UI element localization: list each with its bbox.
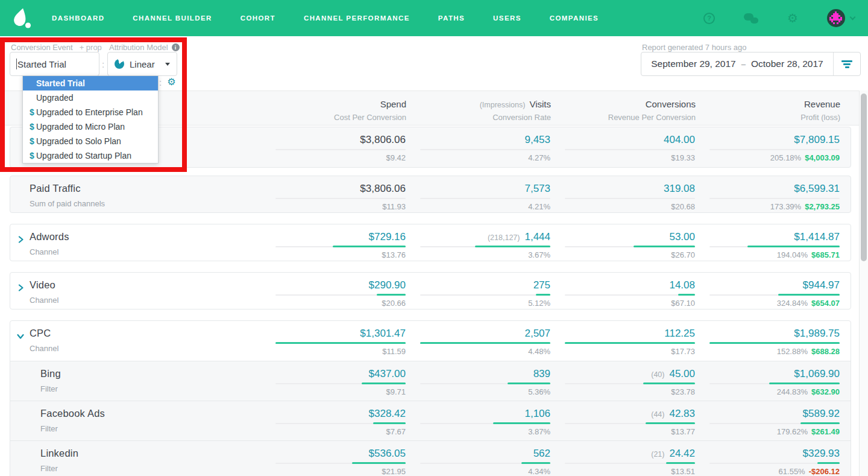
metric-prefix: (44) bbox=[651, 410, 664, 419]
metric-conversions: 53.00 $26.70 bbox=[550, 224, 695, 261]
metric-value: $7,809.15 bbox=[794, 134, 840, 146]
metric-value: 45.00 bbox=[669, 368, 695, 380]
chat-icon[interactable] bbox=[744, 13, 758, 24]
table-row-adwords[interactable]: Adwords Channel $729.16 $13.76 (218,127)… bbox=[10, 224, 851, 261]
metric-revenue: $589.92 179.62%$261.49 bbox=[695, 401, 840, 440]
dropdown-item-label: Started Trial bbox=[36, 78, 85, 88]
metric-divider bbox=[709, 343, 840, 344]
conversion-event-value: Started Trial bbox=[17, 59, 66, 69]
metric-value: 53.00 bbox=[669, 231, 695, 243]
metric-value: $729.16 bbox=[369, 231, 406, 243]
nav-item-companies[interactable]: COMPANIES bbox=[550, 14, 599, 22]
attribution-model-dropdown[interactable]: Linear bbox=[107, 52, 177, 76]
profit-value: -$206.12 bbox=[809, 467, 840, 476]
value-bar bbox=[377, 294, 406, 296]
row-title: Facebook Ads bbox=[40, 408, 261, 419]
row-label-cell: Adwords Channel bbox=[10, 224, 261, 261]
metric-visits: 1,106 3.87% bbox=[406, 401, 550, 440]
account-menu[interactable] bbox=[827, 9, 855, 27]
dropdown-item-upgraded-to-enterprise-plan[interactable]: $Upgraded to Enterprise Plan bbox=[23, 105, 158, 119]
top-nav: DASHBOARDCHANNEL BUILDERCOHORTCHANNEL PE… bbox=[0, 0, 868, 36]
nav-item-cohort[interactable]: COHORT bbox=[241, 14, 275, 22]
table-row-cpc[interactable]: CPC Channel $1,301.47 $11.59 2,507 4.48%… bbox=[10, 321, 851, 361]
table-row-bing[interactable]: Bing Filter $437.00 $9.71 839 5.36% (40)… bbox=[10, 361, 851, 401]
metric-divider bbox=[420, 198, 550, 199]
row-title: Linkedin bbox=[40, 448, 261, 459]
metric-sub: $13.76 bbox=[382, 250, 406, 259]
dropdown-item-upgraded-to-solo-plan[interactable]: $Upgraded to Solo Plan bbox=[23, 134, 158, 148]
value-bar bbox=[769, 382, 840, 384]
gear-icon[interactable] bbox=[167, 77, 175, 87]
chevron-down-icon[interactable] bbox=[17, 332, 24, 340]
row-label-cell: Video Channel bbox=[10, 273, 261, 309]
table-row-paid-traffic[interactable]: Paid Traffic Sum of paid channels $3,806… bbox=[10, 176, 851, 212]
date-end: October 28, 2017 bbox=[751, 59, 823, 69]
nav-item-channel-builder[interactable]: CHANNEL BUILDER bbox=[133, 14, 212, 22]
metric-divider bbox=[565, 463, 695, 464]
text-cursor bbox=[16, 59, 17, 69]
avatar[interactable] bbox=[827, 9, 845, 27]
metric-spend: $536.05 $21.95 bbox=[261, 441, 406, 476]
metric-value: $6,599.31 bbox=[794, 183, 840, 195]
metric-divider bbox=[565, 149, 695, 150]
value-bar bbox=[493, 422, 550, 424]
nav-item-users[interactable]: USERS bbox=[493, 14, 521, 22]
table-row-video[interactable]: Video Channel $290.90 $20.66 275 5.12% 1… bbox=[10, 273, 851, 309]
column-subheader: Cost Per Conversion bbox=[262, 113, 406, 122]
dropdown-item-upgraded-to-micro-plan[interactable]: $Upgraded to Micro Plan bbox=[23, 119, 158, 134]
metric-spend: $290.90 $20.66 bbox=[261, 273, 406, 309]
info-icon[interactable] bbox=[172, 43, 180, 51]
metric-visits: 7,573 4.21% bbox=[406, 176, 550, 212]
vertical-scrollbar[interactable] bbox=[859, 90, 868, 476]
nav-item-channel-performance[interactable]: CHANNEL PERFORMANCE bbox=[304, 14, 410, 22]
row-label-cell: Bing Filter bbox=[10, 361, 261, 401]
help-icon[interactable] bbox=[703, 13, 715, 24]
row-title: CPC bbox=[30, 328, 261, 339]
dropdown-item-upgraded-to-startup-plan[interactable]: $Upgraded to Startup Plan bbox=[23, 148, 158, 163]
chevron-right-icon[interactable] bbox=[17, 284, 24, 291]
metric-conversions: 112.25 $17.73 bbox=[550, 321, 695, 361]
row-label-cell: Facebook Ads Filter bbox=[10, 401, 261, 440]
metric-divider bbox=[709, 423, 840, 424]
profit-value: $632.90 bbox=[811, 387, 840, 396]
date-range-picker[interactable]: September 29, 2017 – October 28, 2017 bbox=[641, 52, 861, 76]
metric-sub: 244.83% bbox=[777, 387, 808, 396]
settings-gear-icon[interactable] bbox=[787, 12, 798, 25]
scrollbar-thumb[interactable] bbox=[861, 94, 867, 261]
row-title: Bing bbox=[40, 368, 261, 379]
conversion-event-dropdown-list: Started TrialUpgraded$Upgraded to Enterp… bbox=[22, 75, 159, 163]
profit-value: $688.28 bbox=[811, 347, 840, 356]
table-row-facebook-ads[interactable]: Facebook Ads Filter $328.42 $7.67 1,106 … bbox=[10, 401, 851, 440]
profit-value: $654.07 bbox=[811, 299, 840, 308]
date-range-text[interactable]: September 29, 2017 – October 28, 2017 bbox=[641, 52, 833, 75]
metric-revenue: $329.93 61.55%-$206.12 bbox=[695, 441, 840, 476]
add-prop-link[interactable]: + prop bbox=[80, 43, 102, 52]
metric-divider bbox=[275, 149, 406, 150]
metric-value: 24.42 bbox=[669, 448, 695, 460]
table-card: Adwords Channel $729.16 $13.76 (218,127)… bbox=[10, 224, 851, 261]
nav-right-icons bbox=[703, 9, 855, 27]
metric-sub: $13.51 bbox=[671, 467, 695, 476]
table-row-linkedin[interactable]: Linkedin Filter $536.05 $21.95 562 4.34%… bbox=[10, 440, 851, 476]
metric-revenue: $1,414.87 194.04%$685.71 bbox=[695, 224, 840, 261]
chevron-right-icon[interactable] bbox=[17, 236, 24, 243]
date-filter-button[interactable] bbox=[833, 52, 860, 75]
metric-value: 7,573 bbox=[524, 183, 550, 195]
nav-item-paths[interactable]: PATHS bbox=[438, 14, 465, 22]
value-bar bbox=[666, 462, 695, 464]
nav-item-dashboard[interactable]: DASHBOARD bbox=[52, 14, 104, 22]
row-subtitle: Sum of paid channels bbox=[30, 199, 261, 208]
brand-logo-icon[interactable] bbox=[13, 7, 34, 30]
row-title: Paid Traffic bbox=[30, 183, 261, 194]
metric-value: $329.93 bbox=[803, 448, 840, 460]
dropdown-item-started-trial[interactable]: Started Trial bbox=[23, 76, 158, 90]
value-bar bbox=[778, 294, 840, 296]
chevron-down-icon[interactable] bbox=[850, 14, 856, 21]
metric-visits: 562 4.34% bbox=[406, 441, 550, 476]
column-subheader: Conversion Rate bbox=[406, 113, 551, 122]
dropdown-item-upgraded[interactable]: Upgraded bbox=[23, 90, 158, 105]
metric-revenue: $7,809.15 205.18%$4,003.09 bbox=[695, 127, 840, 167]
value-bar bbox=[508, 382, 550, 384]
value-bar bbox=[420, 342, 550, 344]
conversion-event-input[interactable]: Started Trial bbox=[10, 52, 99, 76]
